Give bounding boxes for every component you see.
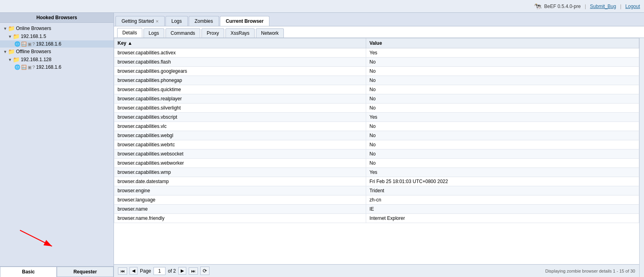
tab-logs[interactable]: Logs — [165, 16, 188, 26]
table-row[interactable]: browser.capabilities.webrtcNo — [114, 140, 639, 149]
table-row[interactable]: browser.date.datestampFri Feb 25 18:01:0… — [114, 177, 639, 186]
subtab-proxy-label: Proxy — [207, 30, 219, 36]
table-row[interactable]: browser.capabilities.webglNo — [114, 131, 639, 140]
table-row[interactable]: browser.capabilities.googlegearsNo — [114, 67, 639, 76]
folder-icon-ip2: 📁 — [13, 56, 20, 63]
table-scroll[interactable]: Key ▲ Value browser.capabilities.activex… — [114, 38, 639, 264]
table-row[interactable]: browser.capabilities.quicktimeNo — [114, 85, 639, 94]
last-page-button[interactable]: ⏭ — [189, 267, 198, 275]
cell-key: browser.engine — [114, 186, 366, 195]
col-key[interactable]: Key ▲ — [114, 38, 366, 48]
cell-value: No — [366, 76, 639, 85]
of-label: of 2 — [168, 268, 176, 274]
subtab-xssrays[interactable]: XssRays — [225, 28, 255, 38]
arrow-ip1: ▼ — [8, 34, 12, 39]
cell-value: No — [366, 131, 639, 140]
browser-online-label: 192.168.1.6 — [36, 41, 61, 47]
table-row[interactable]: browser.capabilities.silverlightNo — [114, 104, 639, 113]
question-icon: ? — [32, 42, 35, 46]
table-row[interactable]: browser.capabilities.wmpYes — [114, 168, 639, 177]
sidebar-item-online-browsers[interactable]: ▼ 📁 Online Browsers — [0, 24, 114, 32]
cell-value: No — [366, 85, 639, 94]
sidebar-bottom: Basic Requester — [0, 266, 114, 277]
brand-label: BeEF 0.5.4.0-pre — [544, 4, 580, 9]
next-page-button[interactable]: ▶ — [178, 267, 186, 275]
cell-key: browser.capabilities.googlegears — [114, 67, 366, 76]
submit-bug-link[interactable]: Submit_Bug — [590, 4, 616, 9]
subtab-xssrays-label: XssRays — [231, 30, 249, 36]
logout-link[interactable]: Logout — [625, 4, 640, 9]
cell-key: browser.capabilities.wmp — [114, 168, 366, 177]
table-row[interactable]: browser.capabilities.realplayerNo — [114, 94, 639, 104]
subtab-logs[interactable]: Logs — [144, 28, 164, 38]
ie-icon-2: 🌐 — [14, 64, 20, 70]
sidebar-header: Hooked Browsers — [0, 13, 114, 23]
table-row[interactable]: browser.capabilities.webworkerNo — [114, 159, 639, 168]
scrollbar-track[interactable] — [639, 38, 644, 277]
table-row[interactable]: browser.capabilities.activexYes — [114, 48, 639, 58]
table-row[interactable]: browser.engineTrident — [114, 186, 639, 195]
cell-value: No — [366, 94, 639, 104]
pagination-status: Displaying zombie browser details 1 - 15… — [545, 269, 635, 273]
subtab-commands-label: Commands — [171, 30, 195, 36]
subtab-details[interactable]: Details — [117, 28, 142, 38]
cell-key: browser.capabilities.webgl — [114, 131, 366, 140]
tab-zombies[interactable]: Zombies — [189, 16, 219, 26]
table-row[interactable]: browser.capabilities.flashNo — [114, 58, 639, 67]
prev-page-button[interactable]: ◀ — [130, 267, 138, 275]
top-tabs: Getting Started ✕ Logs Zombies Current B… — [114, 13, 644, 26]
subtab-network[interactable]: Network — [256, 28, 284, 38]
cell-value: Trident — [366, 186, 639, 195]
tab-current-browser[interactable]: Current Browser — [220, 16, 270, 26]
cell-key: browser.capabilities.vbscript — [114, 113, 366, 122]
sep1: | — [585, 4, 586, 9]
cell-key: browser.capabilities.websocket — [114, 149, 366, 159]
sidebar-item-offline-browsers[interactable]: ▼ 📁 Offline Browsers — [0, 48, 114, 56]
basic-button[interactable]: Basic — [0, 267, 57, 277]
arrow-ip2: ▼ — [8, 58, 12, 62]
cell-value: No — [366, 140, 639, 149]
cell-value: No — [366, 159, 639, 168]
sidebar-tree: ▼ 📁 Online Browsers ▼ 📁 192.168.1.5 🌐 🪟 … — [0, 23, 114, 266]
first-page-button[interactable]: ⏮ — [118, 267, 127, 275]
cell-key: browser.date.datestamp — [114, 177, 366, 186]
subtab-commands[interactable]: Commands — [165, 28, 200, 38]
question-icon-2: ? — [32, 65, 35, 70]
sidebar-item-browser-online[interactable]: 🌐 🪟 ▣ ? 192.168.1.6 — [0, 40, 114, 48]
cell-value: IE — [366, 205, 639, 214]
close-getting-started-icon[interactable]: ✕ — [156, 19, 159, 24]
tab-getting-started[interactable]: Getting Started ✕ — [116, 16, 165, 26]
subtab-logs-label: Logs — [149, 30, 159, 36]
sep2: | — [620, 4, 621, 9]
tab-current-browser-label: Current Browser — [226, 18, 264, 24]
ip-192-168-1-128-label: 192.168.1.128 — [21, 57, 52, 62]
sidebar-item-browser-offline[interactable]: 🌐 🪟 ▣ ? 192.168.1.6 — [0, 64, 114, 71]
vm-icon: ▣ — [28, 42, 32, 47]
sidebar-item-ip-192-168-1-128[interactable]: ▼ 📁 192.168.1.128 — [0, 56, 114, 64]
page-label: Page — [140, 268, 151, 274]
refresh-button[interactable]: ⟳ — [200, 267, 209, 275]
cell-key: browser.capabilities.phonegap — [114, 76, 366, 85]
table-row[interactable]: browser.capabilities.websocketNo — [114, 149, 639, 159]
cell-value: Internet Explorer — [366, 214, 639, 223]
table-row[interactable]: browser.languagezh-cn — [114, 195, 639, 205]
col-value[interactable]: Value — [366, 38, 639, 48]
table-row[interactable]: browser.capabilities.vbscriptYes — [114, 113, 639, 122]
sidebar-item-ip-192-168-1-5[interactable]: ▼ 📁 192.168.1.5 — [0, 32, 114, 40]
cell-value: Yes — [366, 168, 639, 177]
sub-tabs: Details Logs Commands Proxy XssRays Netw… — [114, 26, 644, 38]
arrow-offline-browsers: ▼ — [3, 50, 7, 54]
subtab-proxy[interactable]: Proxy — [201, 28, 224, 38]
cell-key: browser.name — [114, 205, 366, 214]
cell-key: browser.capabilities.quicktime — [114, 85, 366, 94]
page-input[interactable] — [154, 267, 165, 275]
table-row[interactable]: browser.name.friendlyInternet Explorer — [114, 214, 639, 223]
table-row[interactable]: browser.capabilities.phonegapNo — [114, 76, 639, 85]
sidebar: Hooked Browsers ▼ 📁 Online Browsers ▼ 📁 … — [0, 13, 114, 277]
folder-icon-offline: 📁 — [8, 48, 15, 55]
online-browsers-label: Online Browsers — [16, 26, 51, 31]
table-row[interactable]: browser.capabilities.vlcNo — [114, 122, 639, 131]
table-body: browser.capabilities.activexYesbrowser.c… — [114, 48, 639, 223]
table-row[interactable]: browser.nameIE — [114, 205, 639, 214]
requester-button[interactable]: Requester — [57, 267, 114, 277]
